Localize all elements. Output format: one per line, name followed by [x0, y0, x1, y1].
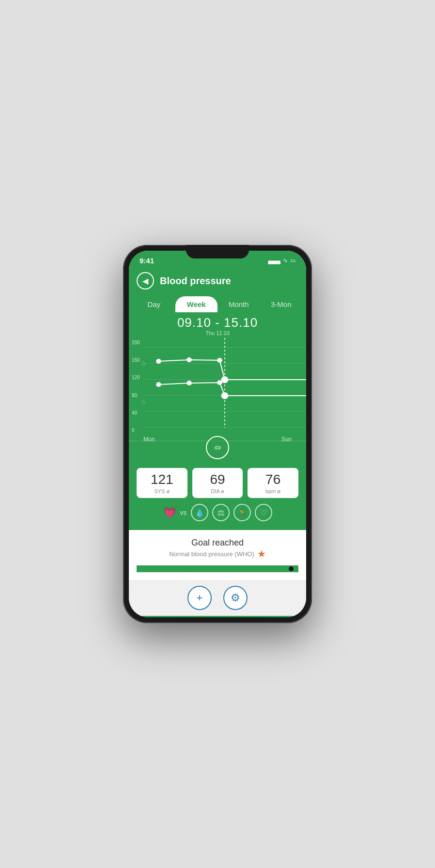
- dia-value: 69: [202, 472, 233, 487]
- goal-title: Goal reached: [137, 538, 298, 548]
- time-period-tabs: Day Week Month 3-Mon: [129, 293, 306, 312]
- water-icon: 💧: [195, 508, 204, 517]
- heart-icon: ♡: [260, 508, 267, 517]
- goal-subtitle: Normal blood pressure (WHO) ★: [137, 548, 298, 560]
- signal-icon: ▄▄▄: [268, 257, 280, 264]
- action-row: + ⚙: [129, 580, 306, 616]
- bpm-label: bpm ø: [257, 488, 289, 494]
- list-header: 09. Oct - 15. Oct SYS/DIA/Pulse: [129, 616, 306, 617]
- date-sub: Thu 12.10: [129, 330, 306, 336]
- progress-dot: [289, 566, 294, 571]
- tab-day[interactable]: Day: [133, 296, 175, 312]
- x-label-sun: Sun: [281, 436, 292, 443]
- status-time: 9:41: [140, 257, 154, 265]
- stat-sys: 121 SYS ø: [137, 468, 187, 498]
- drag-arrows-icon: ⬄: [214, 442, 221, 453]
- stat-bpm: 76 bpm ø: [248, 468, 298, 498]
- page-title: Blood pressure: [160, 275, 231, 287]
- goal-star-icon: ★: [257, 548, 266, 560]
- activity-icon: 🏃: [237, 508, 247, 517]
- stats-row: 121 SYS ø 69 DIA ø 76 bpm ø: [129, 464, 306, 504]
- vs-row: 💗 vs 💧 ⚖ 🏃 ♡: [129, 504, 306, 528]
- vs-weight-button[interactable]: ⚖: [212, 504, 230, 521]
- notch: [186, 245, 249, 258]
- x-axis-area: Mon Sun ⬄: [129, 435, 306, 459]
- gear-icon: ⚙: [231, 592, 240, 604]
- progress-bar: [137, 565, 298, 572]
- x-label-mon: Mon: [143, 436, 155, 443]
- heartbeat-icon: 💗: [163, 506, 176, 519]
- settings-button[interactable]: ⚙: [223, 586, 248, 610]
- stat-dia: 69 DIA ø: [192, 468, 243, 498]
- app-header: ◀ Blood pressure: [129, 268, 306, 293]
- vs-activity-button[interactable]: 🏃: [233, 504, 251, 521]
- sys-label: SYS ø: [146, 488, 178, 494]
- plus-icon: +: [197, 592, 203, 604]
- svg-point-11: [186, 381, 192, 386]
- weight-icon: ⚖: [218, 508, 224, 517]
- back-button[interactable]: ◀: [137, 272, 154, 289]
- svg-point-12: [217, 380, 222, 385]
- date-range: 09.10 - 15.10: [129, 312, 306, 330]
- tab-3month[interactable]: 3-Mon: [260, 296, 303, 312]
- status-icons: ▄▄▄ ∿ ▭: [268, 257, 295, 264]
- chart-svg: [143, 338, 306, 435]
- back-icon: ◀: [142, 276, 148, 286]
- svg-point-7: [186, 357, 192, 362]
- vs-water-button[interactable]: 💧: [191, 504, 208, 521]
- blood-pressure-chart: 200 160 120 80 40 0 ☆ ☆: [129, 338, 306, 435]
- y-axis-labels: 200 160 120 80 40 0: [132, 338, 140, 435]
- phone-screen: 9:41 ▄▄▄ ∿ ▭ ◀ Blood pressure Day Week M…: [129, 251, 306, 617]
- tab-week[interactable]: Week: [175, 296, 218, 312]
- progress-fill: [137, 565, 298, 572]
- svg-point-8: [217, 358, 222, 363]
- add-entry-button[interactable]: +: [187, 586, 212, 610]
- tab-month[interactable]: Month: [218, 296, 260, 312]
- chart-area: 09.10 - 15.10 Thu 12.10 200 160 120 80 4…: [129, 312, 306, 464]
- phone-frame: 9:41 ▄▄▄ ∿ ▭ ◀ Blood pressure Day Week M…: [123, 245, 312, 623]
- vs-text: vs: [180, 509, 187, 516]
- drag-handle[interactable]: ⬄: [206, 436, 229, 459]
- vs-heart-button[interactable]: ♡: [255, 504, 272, 521]
- sys-value: 121: [146, 472, 178, 487]
- goal-section: Goal reached Normal blood pressure (WHO)…: [129, 528, 306, 580]
- wifi-icon: ∿: [283, 257, 288, 264]
- svg-point-10: [156, 382, 161, 387]
- dia-label: DIA ø: [202, 488, 233, 494]
- bpm-value: 76: [257, 472, 289, 487]
- svg-point-6: [156, 359, 161, 364]
- battery-icon: ▭: [290, 257, 295, 264]
